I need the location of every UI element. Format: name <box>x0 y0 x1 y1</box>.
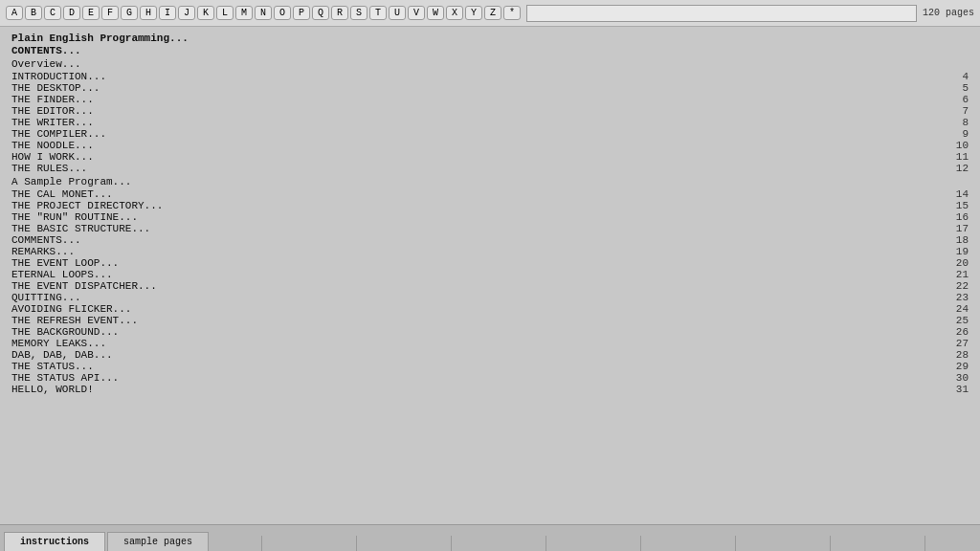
alpha-btn-F[interactable]: F <box>101 6 119 20</box>
alpha-btn-J[interactable]: J <box>178 6 195 20</box>
tab-divider <box>924 536 925 551</box>
toc-entry-title: THE COMPILER... <box>11 128 940 140</box>
table-row[interactable]: HOW I WORK...11 <box>11 151 969 163</box>
toc-entry-title: QUITTING... <box>11 292 940 303</box>
table-row[interactable]: REMARKS...19 <box>11 246 969 257</box>
table-row[interactable]: DAB, DAB, DAB...28 <box>11 349 969 361</box>
alpha-btn-A[interactable]: A <box>6 6 23 20</box>
alpha-btn-S[interactable]: S <box>350 6 368 20</box>
tab-divider <box>261 536 262 551</box>
alpha-btn-I[interactable]: I <box>159 6 176 20</box>
table-row[interactable]: THE "RUN" ROUTINE...16 <box>11 211 969 223</box>
toc-subheader: Overview... <box>11 58 969 70</box>
table-row[interactable]: THE RULES...12 <box>11 163 969 174</box>
toc-subheader: A Sample Program... <box>11 176 969 187</box>
table-row[interactable]: THE NOODLE...10 <box>11 140 969 151</box>
table-row[interactable]: THE REFRESH EVENT...25 <box>11 315 969 326</box>
toc-entry-title: THE STATUS... <box>11 361 940 372</box>
alpha-btn-T[interactable]: T <box>369 6 387 20</box>
alpha-btn-W[interactable]: W <box>427 6 444 20</box>
table-row[interactable]: THE FINDER...6 <box>11 94 969 105</box>
alpha-btn-C[interactable]: C <box>44 6 61 20</box>
alpha-btn-H[interactable]: H <box>140 6 157 20</box>
toc-entry-title: THE NOODLE... <box>11 140 940 151</box>
alpha-btn-O[interactable]: O <box>274 6 291 20</box>
alpha-btn-G[interactable]: G <box>121 6 138 20</box>
table-row[interactable]: MEMORY LEAKS...27 <box>11 338 969 349</box>
toc-entry-page: 31 <box>940 384 969 395</box>
toc-entry-page: 14 <box>940 188 969 200</box>
table-row[interactable]: QUITTING...23 <box>11 292 969 303</box>
table-row[interactable]: COMMENTS...18 <box>11 234 969 246</box>
table-row[interactable]: ETERNAL LOOPS...21 <box>11 269 969 280</box>
alpha-btn-R[interactable]: R <box>331 6 348 20</box>
bottom-tab-bar: instructionssample pages <box>0 524 980 551</box>
alpha-btn-M[interactable]: M <box>235 6 253 20</box>
tab-divider <box>451 536 452 551</box>
toc-entry-page: 27 <box>940 338 969 349</box>
table-row[interactable]: HELLO, WORLD!31 <box>11 384 969 395</box>
toc-entry-page: 22 <box>940 280 969 292</box>
alpha-btn-D[interactable]: D <box>63 6 80 20</box>
table-row[interactable]: INTRODUCTION...4 <box>11 71 969 82</box>
toc-section-header: CONTENTS... <box>11 45 969 56</box>
toc-entry-title: AVOIDING FLICKER... <box>11 303 940 315</box>
alpha-btn-Q[interactable]: Q <box>312 6 329 20</box>
table-row[interactable]: THE EVENT LOOP...20 <box>11 257 969 269</box>
table-row[interactable]: THE CAL MONET...14 <box>11 188 969 200</box>
toc-entry-page: 8 <box>940 117 969 128</box>
table-row[interactable]: THE DESKTOP...5 <box>11 82 969 94</box>
toc-entry-page: 4 <box>940 71 969 82</box>
toc-entry-page: 17 <box>940 223 969 234</box>
alpha-btn-B[interactable]: B <box>25 6 42 20</box>
toc-entry-page: 28 <box>940 349 969 361</box>
table-row[interactable]: THE PROJECT DIRECTORY...15 <box>11 200 969 211</box>
toc-entry-page: 23 <box>940 292 969 303</box>
table-row[interactable]: THE STATUS...29 <box>11 361 969 372</box>
table-row[interactable]: THE WRITER...8 <box>11 117 969 128</box>
main-content: Plain English Programming... CONTENTS...… <box>0 27 980 524</box>
table-row[interactable]: THE EDITOR...7 <box>11 105 969 117</box>
table-row[interactable]: THE COMPILER...9 <box>11 128 969 140</box>
table-row[interactable]: THE EVENT DISPATCHER...22 <box>11 280 969 292</box>
toc-entry-title: COMMENTS... <box>11 234 940 246</box>
tab-sample-pages[interactable]: sample pages <box>107 532 209 551</box>
toc-entry-page: 25 <box>940 315 969 326</box>
search-input[interactable] <box>526 5 917 22</box>
toc-entry-page: 7 <box>940 105 969 117</box>
table-row[interactable]: AVOIDING FLICKER...24 <box>11 303 969 315</box>
tab-divider <box>640 536 641 551</box>
toc-entry-title: THE BACKGROUND... <box>11 326 940 338</box>
alpha-btn-N[interactable]: N <box>255 6 272 20</box>
alpha-btn-V[interactable]: V <box>408 6 425 20</box>
toc-entry-page: 21 <box>940 269 969 280</box>
tab-divider <box>830 536 831 551</box>
toc-entry-page: 24 <box>940 303 969 315</box>
toc-entry-title: ETERNAL LOOPS... <box>11 269 940 280</box>
toc-entry-title: THE FINDER... <box>11 94 940 105</box>
page-count: 120 pages <box>923 8 974 18</box>
tab-instructions[interactable]: instructions <box>4 532 105 551</box>
toc-entry-page: 6 <box>940 94 969 105</box>
alpha-btn-Y[interactable]: Y <box>465 6 482 20</box>
alpha-btn-P[interactable]: P <box>293 6 310 20</box>
alpha-btn-*[interactable]: * <box>503 6 521 20</box>
toc-entry-page: 15 <box>940 200 969 211</box>
toc-entry-title: HELLO, WORLD! <box>11 384 940 395</box>
toc-entry-title: THE CAL MONET... <box>11 188 940 200</box>
alpha-btn-E[interactable]: E <box>82 6 100 20</box>
alpha-btn-L[interactable]: L <box>216 6 234 20</box>
table-row[interactable]: THE BASIC STRUCTURE...17 <box>11 223 969 234</box>
alpha-btn-X[interactable]: X <box>446 6 463 20</box>
table-row[interactable]: THE BACKGROUND...26 <box>11 326 969 338</box>
toc-entry-page: 30 <box>940 372 969 384</box>
alpha-btn-K[interactable]: K <box>197 6 214 20</box>
alpha-btn-U[interactable]: U <box>389 6 406 20</box>
toc-entry-title: MEMORY LEAKS... <box>11 338 940 349</box>
tabs-container: instructionssample pages <box>4 532 211 551</box>
toc-container: CONTENTS...Overview...INTRODUCTION...4TH… <box>11 45 969 395</box>
alpha-btn-Z[interactable]: Z <box>484 6 501 20</box>
toc-entry-title: THE EVENT LOOP... <box>11 257 940 269</box>
table-row[interactable]: THE STATUS API...30 <box>11 372 969 384</box>
toc-entry-page: 29 <box>940 361 969 372</box>
